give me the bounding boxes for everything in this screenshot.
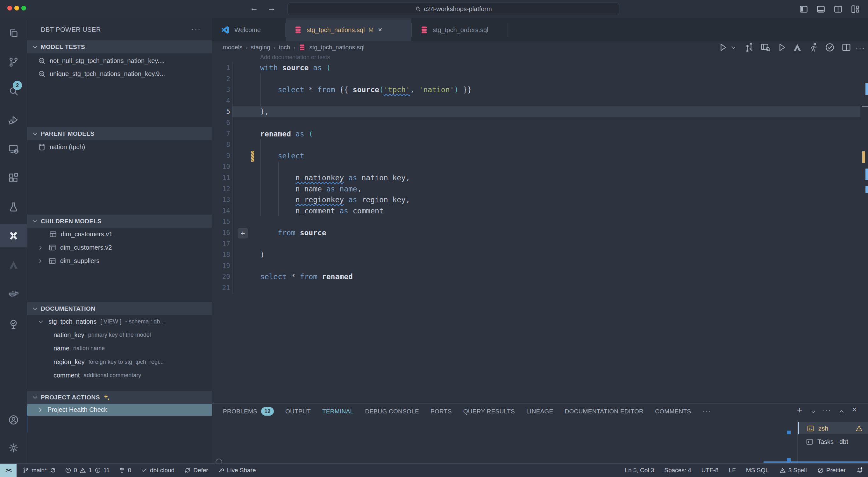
breadcrumb-item[interactable]: staging: [251, 44, 270, 51]
code-line[interactable]: 11 n_nationkey as nation_key,: [212, 172, 868, 183]
breadcrumb-item[interactable]: stg_tpch_nations.sql: [309, 44, 364, 51]
documentation-column-row[interactable]: nation_key primary key of the model: [27, 329, 212, 342]
code-line[interactable]: 3 select * from {{ source('tpch', 'natio…: [212, 84, 868, 95]
spell-checker-status[interactable]: 3 Spell: [779, 467, 807, 474]
toggle-primary-sidebar-icon[interactable]: [799, 4, 809, 14]
code-editor[interactable]: Add documentation or tests 1with source …: [212, 54, 868, 403]
run-debug-icon[interactable]: [8, 114, 20, 126]
breadcrumb-item[interactable]: tpch: [279, 44, 290, 51]
toggle-panel-icon[interactable]: [816, 4, 826, 14]
remote-explorer-icon[interactable]: [8, 143, 20, 155]
code-line-current[interactable]: 5),: [212, 106, 868, 117]
settings-gear-icon[interactable]: [8, 442, 20, 454]
toggle-secondary-sidebar-icon[interactable]: [833, 4, 843, 14]
code-line[interactable]: 16 from source: [212, 227, 868, 238]
terminal-dropdown-chevron-icon[interactable]: [810, 408, 817, 415]
code-line[interactable]: 12 n_name as name,: [212, 183, 868, 195]
dbt-power-user-icon[interactable]: [8, 230, 20, 242]
terminal-tab-tasks-dbt[interactable]: Tasks - dbt: [798, 436, 868, 448]
tab-comments[interactable]: COMMENTS: [655, 408, 691, 415]
terminal-tab-zsh[interactable]: zsh: [798, 422, 868, 434]
accounts-icon[interactable]: [8, 414, 20, 426]
tab-ports[interactable]: PORTS: [431, 408, 452, 415]
encoding-status[interactable]: UTF-8: [702, 467, 719, 474]
child-model-item[interactable]: dim_customers.v1: [27, 228, 212, 241]
panel-more-actions-icon[interactable]: ···: [822, 406, 831, 415]
section-header-children-models[interactable]: CHILDREN MODELS: [27, 215, 212, 228]
tab-stg-tpch-orders[interactable]: stg_tpch_orders.sql: [412, 19, 507, 41]
documentation-model-row[interactable]: stg_tpch_nations [ VIEW ] - schema : db.…: [27, 315, 212, 328]
remote-indicator[interactable]: ><: [0, 464, 17, 477]
code-line[interactable]: 20select * from renamed: [212, 271, 868, 282]
tab-terminal[interactable]: TERMINAL: [322, 408, 353, 415]
code-line[interactable]: 4: [212, 95, 868, 106]
prettier-status[interactable]: Prettier: [817, 467, 846, 474]
child-model-item[interactable]: dim_suppliers: [27, 254, 212, 267]
breadcrumb-item[interactable]: models: [223, 44, 242, 51]
tab-problems[interactable]: PROBLEMS12: [223, 407, 274, 416]
code-line[interactable]: 1with source as (: [212, 62, 868, 73]
command-center-search[interactable]: c24-workshops-platform: [287, 3, 619, 15]
section-header-documentation[interactable]: DOCUMENTATION: [27, 302, 212, 315]
scrollbar-position-marker[interactable]: [862, 106, 868, 107]
close-window-button[interactable]: [7, 6, 12, 10]
test-explorer-icon[interactable]: [8, 201, 20, 213]
tab-documentation-editor[interactable]: DOCUMENTATION EDITOR: [564, 408, 644, 415]
codelens-action[interactable]: Add documentation or tests: [260, 54, 330, 61]
model-test-item[interactable]: unique_stg_tpch_nations_nation_key.9...: [27, 67, 212, 80]
documentation-column-row[interactable]: region_key foreign key to stg_tpch_regi.…: [27, 355, 212, 369]
close-panel-icon[interactable]: ×: [852, 405, 857, 415]
new-terminal-icon[interactable]: +: [797, 405, 802, 415]
panel-resize-indicator[interactable]: [764, 462, 868, 463]
minimize-window-button[interactable]: [14, 6, 19, 10]
tab-welcome[interactable]: Welcome: [212, 19, 285, 41]
language-mode-status[interactable]: MS SQL: [746, 467, 769, 474]
dbt-logo-icon[interactable]: [8, 259, 20, 271]
code-line[interactable]: 2: [212, 73, 868, 84]
code-line[interactable]: 17: [212, 238, 868, 250]
tab-lineage[interactable]: LINEAGE: [526, 408, 553, 415]
ports-status[interactable]: 0: [119, 467, 131, 474]
code-line[interactable]: 18): [212, 249, 868, 261]
code-line[interactable]: 7renamed as (: [212, 129, 868, 140]
tab-output[interactable]: OUTPUT: [285, 408, 311, 415]
panel-tabs-more-icon[interactable]: ···: [703, 407, 711, 416]
live-share-status[interactable]: Live Share: [218, 467, 256, 474]
code-line[interactable]: 15: [212, 216, 868, 227]
eol-status[interactable]: LF: [729, 467, 736, 474]
tab-query-results[interactable]: QUERY RESULTS: [463, 408, 515, 415]
code-line[interactable]: 14 n_comment as comment: [212, 205, 868, 216]
customize-layout-icon[interactable]: [850, 4, 860, 14]
documentation-column-row[interactable]: name nation name: [27, 342, 212, 355]
defer-status[interactable]: Defer: [184, 467, 208, 474]
code-line[interactable]: 6: [212, 117, 868, 129]
docker-icon[interactable]: [8, 288, 20, 300]
indentation-status[interactable]: Spaces: 4: [664, 467, 691, 474]
tab-stg-tpch-nations[interactable]: stg_tpch_nations.sql M ×: [286, 19, 411, 41]
source-control-icon[interactable]: [8, 56, 20, 68]
model-test-item[interactable]: not_null_stg_tpch_nations_nation_key....: [27, 55, 212, 67]
code-line[interactable]: 13 n_regionkey as region_key,: [212, 194, 868, 205]
tab-debug-console[interactable]: DEBUG CONSOLE: [365, 408, 419, 415]
documentation-column-row[interactable]: comment additional commentary: [27, 369, 212, 382]
section-header-parent-models[interactable]: PARENT MODELS: [27, 127, 212, 140]
maximize-panel-icon[interactable]: [838, 408, 845, 415]
code-line[interactable]: 10: [212, 161, 868, 172]
history-back-button[interactable]: ←: [250, 3, 258, 13]
dbt-cloud-status[interactable]: dbt cloud: [141, 467, 175, 474]
zoom-window-button[interactable]: [21, 6, 26, 10]
git-branch-status[interactable]: main*: [22, 467, 56, 474]
extensions-icon[interactable]: [8, 172, 20, 184]
problems-status[interactable]: 0 1 11: [65, 467, 110, 474]
code-line[interactable]: 19: [212, 261, 868, 272]
code-line[interactable]: 9 select: [212, 150, 868, 162]
code-line[interactable]: 8: [212, 139, 868, 150]
child-model-item[interactable]: dim_customers.v2: [27, 241, 212, 254]
notifications-bell[interactable]: [856, 467, 864, 474]
section-header-project-actions[interactable]: PROJECT ACTIONS: [27, 391, 212, 404]
explorer-icon[interactable]: [8, 27, 20, 39]
todo-tree-icon[interactable]: [8, 319, 20, 331]
parent-model-item[interactable]: nation (tpch): [27, 141, 212, 154]
cursor-position-status[interactable]: Ln 5, Col 3: [625, 467, 654, 474]
sidebar-more-actions-icon[interactable]: ···: [191, 25, 201, 34]
